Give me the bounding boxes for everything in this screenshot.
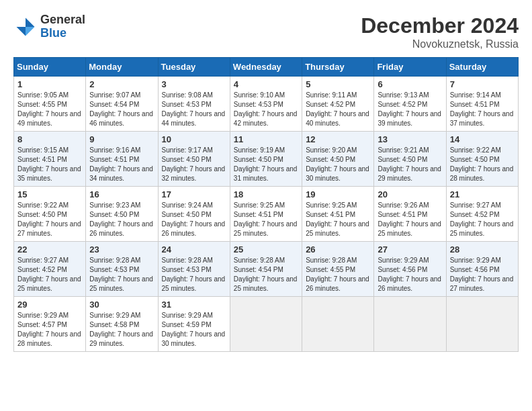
- page-header: General Blue December 2024 Novokuznetsk,…: [13, 13, 519, 50]
- day-info: Sunrise: 9:22 AMSunset: 4:50 PMDaylight:…: [17, 201, 81, 237]
- day-number: 13: [378, 134, 442, 144]
- calendar-cell: 24Sunrise: 9:28 AMSunset: 4:53 PMDayligh…: [158, 242, 230, 297]
- day-number: 24: [162, 244, 226, 255]
- calendar-cell: 14Sunrise: 9:22 AMSunset: 4:50 PMDayligh…: [446, 132, 518, 187]
- day-info: Sunrise: 9:26 AMSunset: 4:51 PMDaylight:…: [378, 201, 441, 237]
- calendar-day-header: Thursday: [302, 58, 374, 77]
- day-number: 26: [306, 244, 370, 255]
- calendar-day-header: Saturday: [446, 58, 518, 77]
- day-info: Sunrise: 9:15 AMSunset: 4:51 PMDaylight:…: [17, 146, 81, 182]
- calendar-cell: 31Sunrise: 9:29 AMSunset: 4:59 PMDayligh…: [158, 297, 230, 352]
- day-number: 1: [17, 79, 82, 89]
- day-number: 9: [89, 134, 154, 144]
- day-info: Sunrise: 9:17 AMSunset: 4:50 PMDaylight:…: [162, 146, 226, 182]
- day-number: 19: [306, 189, 370, 199]
- calendar-cell: 7Sunrise: 9:14 AMSunset: 4:51 PMDaylight…: [446, 77, 518, 132]
- day-info: Sunrise: 9:14 AMSunset: 4:51 PMDaylight:…: [450, 91, 514, 127]
- logo-text: General Blue: [40, 13, 85, 40]
- calendar-week-row: 8Sunrise: 9:15 AMSunset: 4:51 PMDaylight…: [14, 132, 519, 187]
- day-number: 6: [378, 79, 442, 89]
- calendar-cell: 26Sunrise: 9:28 AMSunset: 4:55 PMDayligh…: [302, 242, 374, 297]
- calendar-cell: 15Sunrise: 9:22 AMSunset: 4:50 PMDayligh…: [14, 187, 86, 242]
- calendar-cell: 22Sunrise: 9:27 AMSunset: 4:52 PMDayligh…: [14, 242, 86, 297]
- day-number: 4: [234, 79, 298, 89]
- day-info: Sunrise: 9:29 AMSunset: 4:56 PMDaylight:…: [450, 257, 514, 292]
- calendar-cell: 17Sunrise: 9:24 AMSunset: 4:50 PMDayligh…: [158, 187, 230, 242]
- calendar-cell: [230, 297, 302, 352]
- calendar-week-row: 29Sunrise: 9:29 AMSunset: 4:57 PMDayligh…: [14, 297, 519, 352]
- calendar-cell: [302, 297, 374, 352]
- calendar-cell: 18Sunrise: 9:25 AMSunset: 4:51 PMDayligh…: [230, 187, 302, 242]
- day-info: Sunrise: 9:29 AMSunset: 4:57 PMDaylight:…: [17, 312, 81, 347]
- calendar-cell: 13Sunrise: 9:21 AMSunset: 4:50 PMDayligh…: [374, 132, 446, 187]
- svg-marker-1: [26, 27, 35, 36]
- calendar-cell: 12Sunrise: 9:20 AMSunset: 4:50 PMDayligh…: [302, 132, 374, 187]
- day-number: 18: [234, 189, 298, 199]
- calendar-cell: 25Sunrise: 9:28 AMSunset: 4:54 PMDayligh…: [230, 242, 302, 297]
- day-number: 15: [17, 189, 82, 199]
- day-info: Sunrise: 9:22 AMSunset: 4:50 PMDaylight:…: [450, 146, 514, 182]
- calendar-table: SundayMondayTuesdayWednesdayThursdayFrid…: [13, 57, 519, 352]
- calendar-cell: 6Sunrise: 9:13 AMSunset: 4:52 PMDaylight…: [374, 77, 446, 132]
- day-number: 8: [17, 134, 82, 144]
- day-info: Sunrise: 9:19 AMSunset: 4:50 PMDaylight:…: [234, 146, 298, 182]
- logo-icon: [13, 15, 38, 39]
- svg-marker-2: [17, 27, 26, 36]
- day-number: 5: [306, 79, 370, 89]
- calendar-cell: 11Sunrise: 9:19 AMSunset: 4:50 PMDayligh…: [230, 132, 302, 187]
- day-info: Sunrise: 9:10 AMSunset: 4:53 PMDaylight:…: [234, 91, 298, 127]
- day-number: 20: [378, 189, 442, 199]
- calendar-cell: 23Sunrise: 9:28 AMSunset: 4:53 PMDayligh…: [86, 242, 158, 297]
- calendar-cell: [446, 297, 518, 352]
- calendar-cell: 4Sunrise: 9:10 AMSunset: 4:53 PMDaylight…: [230, 77, 302, 132]
- logo: General Blue: [13, 13, 85, 40]
- day-number: 31: [162, 300, 226, 310]
- calendar-cell: 21Sunrise: 9:27 AMSunset: 4:52 PMDayligh…: [446, 187, 518, 242]
- calendar-day-header: Monday: [86, 58, 158, 77]
- calendar-cell: 28Sunrise: 9:29 AMSunset: 4:56 PMDayligh…: [446, 242, 518, 297]
- calendar-week-row: 15Sunrise: 9:22 AMSunset: 4:50 PMDayligh…: [14, 187, 519, 242]
- calendar-cell: 16Sunrise: 9:23 AMSunset: 4:50 PMDayligh…: [86, 187, 158, 242]
- day-info: Sunrise: 9:28 AMSunset: 4:53 PMDaylight:…: [89, 257, 153, 292]
- day-info: Sunrise: 9:29 AMSunset: 4:59 PMDaylight:…: [162, 312, 226, 347]
- calendar-cell: 19Sunrise: 9:25 AMSunset: 4:51 PMDayligh…: [302, 187, 374, 242]
- day-number: 2: [89, 79, 154, 89]
- calendar-week-row: 22Sunrise: 9:27 AMSunset: 4:52 PMDayligh…: [14, 242, 519, 297]
- calendar-cell: 5Sunrise: 9:11 AMSunset: 4:52 PMDaylight…: [302, 77, 374, 132]
- calendar-cell: [374, 297, 446, 352]
- logo-general: General: [40, 13, 85, 26]
- day-info: Sunrise: 9:05 AMSunset: 4:55 PMDaylight:…: [17, 91, 81, 127]
- calendar-day-header: Sunday: [14, 58, 86, 77]
- day-info: Sunrise: 9:25 AMSunset: 4:51 PMDaylight:…: [234, 201, 298, 237]
- calendar-cell: 9Sunrise: 9:16 AMSunset: 4:51 PMDaylight…: [86, 132, 158, 187]
- day-info: Sunrise: 9:16 AMSunset: 4:51 PMDaylight:…: [89, 146, 153, 182]
- day-number: 11: [234, 134, 298, 144]
- day-info: Sunrise: 9:29 AMSunset: 4:58 PMDaylight:…: [89, 312, 153, 347]
- day-number: 30: [89, 300, 154, 310]
- day-number: 28: [450, 244, 515, 255]
- title-block: December 2024 Novokuznetsk, Russia: [361, 13, 519, 50]
- calendar-cell: 1Sunrise: 9:05 AMSunset: 4:55 PMDaylight…: [14, 77, 86, 132]
- day-number: 29: [17, 300, 82, 310]
- day-number: 17: [162, 189, 226, 199]
- day-info: Sunrise: 9:27 AMSunset: 4:52 PMDaylight:…: [17, 257, 81, 292]
- calendar-day-header: Friday: [374, 58, 446, 77]
- day-info: Sunrise: 9:13 AMSunset: 4:52 PMDaylight:…: [378, 91, 441, 127]
- calendar-body: 1Sunrise: 9:05 AMSunset: 4:55 PMDaylight…: [14, 77, 519, 352]
- calendar-day-header: Wednesday: [230, 58, 302, 77]
- day-info: Sunrise: 9:28 AMSunset: 4:55 PMDaylight:…: [306, 257, 369, 292]
- day-info: Sunrise: 9:27 AMSunset: 4:52 PMDaylight:…: [450, 201, 514, 237]
- day-info: Sunrise: 9:07 AMSunset: 4:54 PMDaylight:…: [89, 91, 153, 127]
- day-number: 23: [89, 244, 154, 255]
- day-info: Sunrise: 9:29 AMSunset: 4:56 PMDaylight:…: [378, 257, 441, 292]
- location: Novokuznetsk, Russia: [361, 38, 519, 50]
- calendar-cell: 8Sunrise: 9:15 AMSunset: 4:51 PMDaylight…: [14, 132, 86, 187]
- day-number: 3: [162, 79, 226, 89]
- calendar-cell: 27Sunrise: 9:29 AMSunset: 4:56 PMDayligh…: [374, 242, 446, 297]
- svg-marker-0: [26, 17, 35, 27]
- day-info: Sunrise: 9:28 AMSunset: 4:53 PMDaylight:…: [162, 257, 226, 292]
- day-number: 21: [450, 189, 515, 199]
- day-info: Sunrise: 9:25 AMSunset: 4:51 PMDaylight:…: [306, 201, 369, 237]
- calendar-week-row: 1Sunrise: 9:05 AMSunset: 4:55 PMDaylight…: [14, 77, 519, 132]
- day-number: 12: [306, 134, 370, 144]
